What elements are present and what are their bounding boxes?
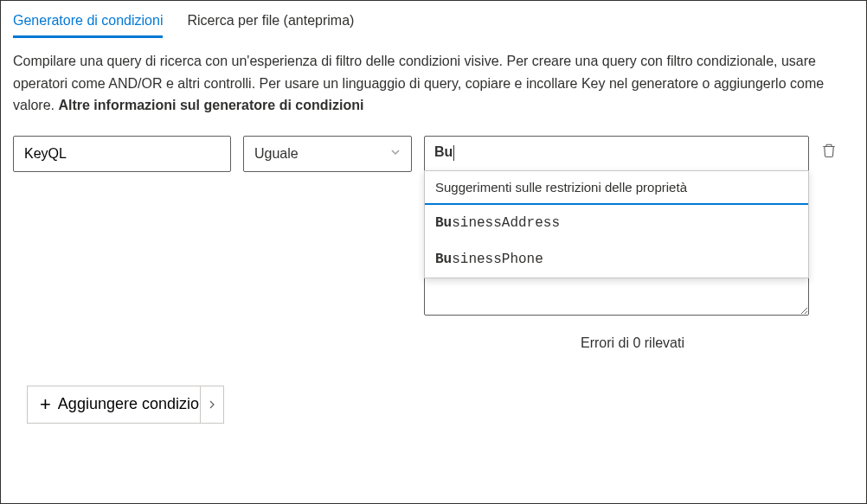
plus-icon: +	[40, 393, 51, 416]
tabs-bar: Generatore di condizioni Ricerca per fil…	[13, 8, 854, 38]
learn-more-link[interactable]: Altre informazioni sul generatore di con…	[58, 98, 363, 112]
description-text: Compilare una query di ricerca con un'es…	[13, 50, 854, 117]
field-name-input[interactable]	[13, 136, 231, 172]
value-wrapper: Bu Suggerimenti sulle restrizioni delle …	[424, 136, 809, 318]
operator-value: Uguale	[254, 146, 299, 162]
tab-conditions-builder[interactable]: Generatore di condizioni	[13, 8, 163, 38]
chevron-right-icon	[209, 400, 215, 409]
add-conditions-button[interactable]: + Aggiungere condizioni	[27, 386, 224, 424]
tab-file-search[interactable]: Ricerca per file (anteprima)	[187, 8, 354, 38]
suggestions-header: Suggerimenti sulle restrizioni delle pro…	[425, 171, 808, 205]
suggestion-item[interactable]: BusinessAddress	[425, 205, 808, 241]
errors-detected-text: Errori di 0 rilevati	[411, 335, 854, 351]
trash-icon	[821, 143, 837, 158]
suggestions-dropdown: Suggerimenti sulle restrizioni delle pro…	[424, 170, 809, 278]
operator-select[interactable]: Uguale	[243, 136, 412, 172]
delete-condition-button[interactable]	[821, 143, 842, 163]
condition-row: Uguale Bu Suggerimenti sulle restrizioni…	[13, 136, 854, 318]
suggestion-item[interactable]: BusinessPhone	[425, 241, 808, 278]
split-button-chevron[interactable]	[200, 386, 224, 424]
add-conditions-label: Aggiungere condizioni	[58, 395, 211, 413]
chevron-down-icon	[390, 147, 401, 160]
